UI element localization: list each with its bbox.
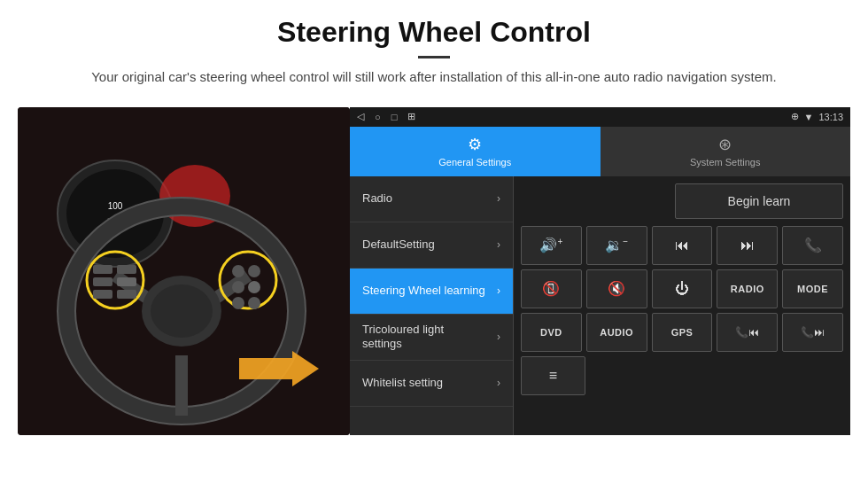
signal-icon: ▼ (804, 112, 814, 122)
svg-text:100: 100 (108, 201, 123, 211)
mute-icon: 🔇 (608, 280, 625, 297)
phone-answer-icon: 📞 (804, 237, 822, 253)
vol-up-icon: 🔊+ (539, 237, 562, 253)
chevron-icon-radio: › (497, 192, 500, 205)
audio-button[interactable]: AUDIO (586, 313, 647, 352)
svg-rect-23 (232, 281, 244, 293)
vol-up-button[interactable]: 🔊+ (521, 226, 582, 265)
tab-system-settings[interactable]: ⊛ System Settings (601, 127, 851, 176)
svg-rect-15 (93, 277, 112, 286)
svg-rect-19 (117, 290, 136, 299)
right-panel: Begin learn 🔊+ 🔉− ⏮ (514, 176, 850, 435)
prev-track-button[interactable]: ⏮ (652, 226, 713, 265)
radio-mode-label: RADIO (731, 284, 764, 294)
general-settings-icon: ⚙ (468, 135, 482, 154)
content-area: 100 km/h (18, 107, 850, 435)
chevron-icon-steering: › (497, 284, 500, 297)
menu-whitelist-label: Whitelist setting (362, 376, 443, 390)
status-bar: ◁ ○ □ ⊞ ⊕ ▼ 13:13 (350, 107, 850, 127)
next-track-icon: ⏭ (740, 238, 755, 253)
page-subtitle: Your original car's steering wheel contr… (71, 67, 797, 88)
phone-prev-button[interactable]: 📞⏮ (717, 313, 778, 352)
phone-prev-icon: 📞⏮ (735, 326, 759, 339)
time-display: 13:13 (818, 112, 843, 122)
control-row-1: 🔊+ 🔉− ⏮ ⏭ 📞 (521, 226, 843, 265)
main-content: Radio › DefaultSetting › Steering Wheel … (350, 176, 850, 435)
recents-icon: □ (391, 112, 398, 122)
phone-next-icon: 📞⏭ (801, 326, 825, 339)
radio-panel: ◁ ○ □ ⊞ ⊕ ▼ 13:13 ⚙ General Settings ⊛ S… (350, 107, 850, 435)
menu-item-default[interactable]: DefaultSetting › (350, 222, 513, 269)
title-divider (418, 56, 450, 58)
menu-tricoloured-label: Tricoloured lightsettings (362, 323, 444, 350)
svg-rect-24 (248, 281, 260, 293)
dvd-label: DVD (540, 327, 562, 338)
prev-track-icon: ⏮ (675, 238, 689, 253)
radio-mode-button[interactable]: RADIO (717, 269, 778, 308)
svg-rect-14 (93, 265, 112, 274)
mute-button[interactable]: 🔇 (586, 269, 647, 308)
control-row-3: DVD AUDIO GPS 📞⏮ 📞⏭ (521, 313, 843, 352)
menu-item-steering[interactable]: Steering Wheel learning › (350, 269, 513, 315)
svg-rect-22 (248, 265, 260, 277)
hang-up-icon: 📵 (542, 280, 560, 297)
menu-item-tricoloured[interactable]: Tricoloured lightsettings › (350, 315, 513, 361)
chevron-icon-tricoloured: › (497, 331, 500, 343)
tab-general-label: General Settings (438, 157, 511, 167)
control-grid: 🔊+ 🔉− ⏮ ⏭ 📞 (521, 226, 843, 395)
back-icon: ◁ (357, 111, 364, 122)
svg-rect-21 (232, 265, 244, 277)
svg-rect-16 (93, 290, 112, 299)
power-icon: ⏻ (675, 281, 689, 297)
menu-item-radio[interactable]: Radio › (350, 176, 513, 222)
svg-rect-18 (117, 277, 136, 286)
svg-rect-26 (248, 297, 260, 309)
svg-rect-17 (117, 265, 136, 274)
equalizer-icon: ≡ (549, 368, 557, 384)
mode-label: MODE (797, 284, 828, 294)
tab-bar: ⚙ General Settings ⊛ System Settings (350, 127, 850, 176)
steering-wheel-image: 100 km/h (18, 107, 350, 435)
mode-button[interactable]: MODE (782, 269, 843, 308)
page-header: Steering Wheel Control Your original car… (0, 0, 868, 97)
menu-radio-label: Radio (362, 191, 392, 206)
hang-up-button[interactable]: 📵 (521, 269, 582, 308)
menu-item-whitelist[interactable]: Whitelist setting › (350, 361, 513, 407)
vol-down-icon: 🔉− (605, 237, 628, 253)
tab-general-settings[interactable]: ⚙ General Settings (350, 127, 601, 176)
menu-default-label: DefaultSetting (362, 238, 435, 252)
svg-point-12 (151, 284, 213, 338)
gps-status-icon: ⊕ (791, 111, 799, 122)
dvd-button[interactable]: DVD (521, 313, 582, 352)
control-row-2: 📵 🔇 ⏻ RADIO MODE (521, 269, 843, 308)
menu-steering-label: Steering Wheel learning (362, 284, 485, 298)
left-menu: Radio › DefaultSetting › Steering Wheel … (350, 176, 514, 435)
gps-button[interactable]: GPS (652, 313, 713, 352)
gps-label: GPS (671, 327, 694, 338)
audio-label: AUDIO (600, 327, 633, 338)
chevron-icon-whitelist: › (497, 377, 500, 389)
next-track-button[interactable]: ⏭ (717, 226, 778, 265)
tab-system-label: System Settings (690, 157, 760, 167)
system-settings-icon: ⊛ (718, 135, 732, 154)
page-title: Steering Wheel Control (53, 16, 815, 49)
chevron-icon-default: › (497, 238, 500, 251)
status-bar-right: ⊕ ▼ 13:13 (791, 111, 843, 122)
begin-learn-row: Begin learn (521, 182, 843, 221)
apps-icon: ⊞ (407, 111, 415, 122)
equalizer-button[interactable]: ≡ (521, 356, 585, 395)
begin-learn-button[interactable]: Begin learn (675, 183, 843, 219)
status-bar-left: ◁ ○ □ ⊞ (357, 111, 415, 122)
phone-next-button[interactable]: 📞⏭ (782, 313, 843, 352)
phone-answer-button[interactable]: 📞 (782, 226, 843, 265)
svg-rect-25 (232, 297, 244, 309)
home-icon: ○ (375, 112, 381, 122)
control-row-4: ≡ (521, 356, 843, 395)
vol-down-button[interactable]: 🔉− (586, 226, 647, 265)
power-button[interactable]: ⏻ (652, 269, 713, 308)
